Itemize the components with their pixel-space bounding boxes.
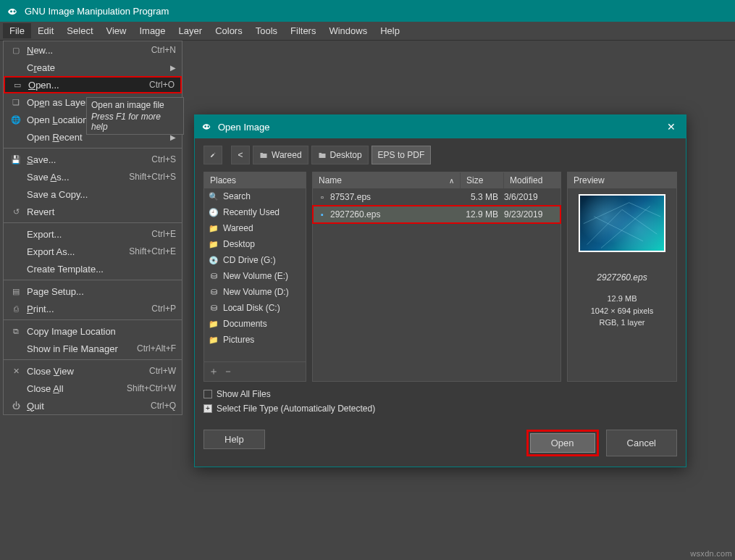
path-back-button[interactable]: < — [231, 146, 250, 164]
menu-windows[interactable]: Windows — [322, 23, 374, 38]
new-icon: ▢ — [9, 44, 22, 56]
menu-item-create[interactable]: Create▶ — [4, 59, 182, 76]
search-icon: 🔍 — [209, 192, 219, 201]
save-icon: 💾 — [9, 154, 22, 165]
place-desktop[interactable]: 📁Desktop — [204, 236, 306, 252]
menu-item-page-setup[interactable]: ▤Page Setup... — [4, 283, 182, 300]
open-icon: ▭ — [11, 79, 24, 91]
menu-item-close-all[interactable]: Close AllShift+Ctrl+W — [4, 380, 182, 397]
col-name[interactable]: Name∧ — [313, 172, 461, 188]
close-icon: ✕ — [9, 365, 22, 377]
preview-filename: 2927260.eps — [597, 272, 647, 283]
menu-item-copy-image-location[interactable]: ⧉Copy Image Location — [4, 322, 182, 340]
places-remove-button[interactable]: － — [223, 365, 233, 378]
place-local-disk-c[interactable]: ⛁Local Disk (C:) — [204, 300, 306, 316]
help-button[interactable]: Help — [203, 430, 265, 449]
menu-layer[interactable]: Layer — [172, 23, 209, 38]
svg-line-6 — [587, 209, 622, 244]
menu-item-close-view[interactable]: ✕Close ViewCtrl+W — [4, 362, 182, 380]
menu-item-create-template[interactable]: Create Template... — [4, 260, 182, 277]
select-file-type-expander[interactable]: +Select File Type (Automatically Detecte… — [203, 404, 677, 414]
menu-item-save[interactable]: 💾Save...Ctrl+S — [4, 151, 182, 168]
dialog-titlebar[interactable]: Open Image ✕ — [195, 115, 686, 138]
place-volume-d[interactable]: ⛁New Volume (D:) — [204, 284, 306, 300]
file-list-header: Name∧ Size Modified — [313, 172, 560, 188]
menu-image[interactable]: Image — [133, 23, 172, 38]
place-cd-drive[interactable]: 💿CD Drive (G:) — [204, 252, 306, 268]
menu-item-export-as[interactable]: Export As...Shift+Ctrl+E — [4, 243, 182, 260]
path-segment-desktop[interactable]: Desktop — [311, 146, 369, 164]
folder-icon: 📁 — [209, 335, 219, 345]
dialog-title: Open Image — [218, 122, 270, 133]
open-button[interactable]: Open — [530, 433, 595, 453]
path-edit-toggle[interactable] — [203, 146, 222, 164]
col-modified[interactable]: Modified — [504, 172, 560, 188]
col-size[interactable]: Size — [461, 172, 504, 188]
menubar: File Edit Select View Image Layer Colors… — [0, 22, 735, 41]
menu-select[interactable]: Select — [60, 23, 99, 38]
open-image-dialog: Open Image ✕ < Wareed Desktop EPS to PDF… — [194, 114, 686, 467]
svg-line-11 — [601, 206, 650, 248]
tooltip-hint: Press F1 for more help — [91, 112, 179, 132]
svg-line-7 — [622, 209, 657, 234]
menu-help[interactable]: Help — [374, 23, 406, 38]
menu-file[interactable]: File — [3, 23, 31, 38]
svg-line-8 — [594, 217, 643, 241]
clock-icon: 🕘 — [209, 208, 219, 217]
place-documents[interactable]: 📁Documents — [204, 316, 306, 332]
file-row[interactable]: ▫ 87537.eps 5.3 MB 3/6/2019 — [313, 188, 560, 206]
tooltip-text: Open an image file — [91, 100, 179, 110]
file-list: Name∧ Size Modified ▫ 87537.eps 5.3 MB 3… — [312, 172, 561, 382]
menu-item-open[interactable]: ▭Open...Ctrl+O — [4, 76, 182, 93]
path-bar: < Wareed Desktop EPS to PDF — [203, 146, 677, 164]
preview-header: Preview — [568, 172, 676, 188]
file-icon: ▫ — [313, 193, 327, 201]
layers-icon: ❏ — [9, 96, 22, 108]
place-volume-e[interactable]: ⛁New Volume (E:) — [204, 268, 306, 284]
drive-icon: ⛁ — [209, 272, 219, 281]
menu-item-print[interactable]: ⎙Print...Ctrl+P — [4, 300, 182, 317]
checkbox-icon — [203, 390, 212, 398]
menu-item-quit[interactable]: ⏻QuitCtrl+Q — [4, 397, 182, 414]
folder-icon: 📁 — [209, 240, 219, 249]
menu-item-export[interactable]: Export...Ctrl+E — [4, 225, 182, 243]
window-title: GNU Image Manipulation Program — [25, 6, 169, 17]
file-row-selected[interactable]: ▪ 2927260.eps 12.9 MB 9/23/2019 — [313, 206, 560, 223]
wilber-icon — [6, 4, 19, 17]
menu-item-new[interactable]: ▢New...Ctrl+N — [4, 41, 182, 59]
preview-thumbnail — [579, 194, 665, 252]
quit-icon: ⏻ — [9, 400, 22, 411]
drive-icon: ⛁ — [209, 304, 219, 313]
places-add-button[interactable]: ＋ — [209, 365, 219, 378]
folder-icon: 📁 — [209, 224, 219, 233]
place-recent[interactable]: 🕘Recently Used — [204, 204, 306, 220]
window-titlebar: GNU Image Manipulation Program — [0, 0, 735, 22]
menu-edit[interactable]: Edit — [31, 23, 60, 38]
place-pictures[interactable]: 📁Pictures — [204, 332, 306, 348]
path-segment-wareed[interactable]: Wareed — [253, 146, 308, 164]
chevron-right-icon: ▶ — [170, 64, 176, 72]
menu-filters[interactable]: Filters — [284, 23, 322, 38]
menu-view[interactable]: View — [100, 23, 133, 38]
menu-item-save-copy[interactable]: Save a Copy... — [4, 185, 182, 203]
cancel-button[interactable]: Cancel — [606, 430, 677, 456]
preview-panel: Preview 2927260.eps 12.9 MB 1042 × 694 p… — [567, 172, 677, 382]
dialog-close-button[interactable]: ✕ — [663, 120, 680, 134]
menu-item-show-in-file-manager[interactable]: Show in File ManagerCtrl+Alt+F — [4, 340, 182, 357]
menu-tools[interactable]: Tools — [249, 23, 284, 38]
globe-icon: 🌐 — [9, 114, 22, 125]
svg-line-9 — [584, 203, 629, 224]
print-icon: ⎙ — [9, 303, 22, 314]
sort-asc-icon: ∧ — [449, 177, 454, 185]
menu-colors[interactable]: Colors — [209, 23, 249, 38]
svg-line-10 — [629, 203, 660, 217]
menu-item-revert[interactable]: ↺Revert — [4, 203, 182, 220]
copy-icon: ⧉ — [9, 325, 22, 337]
place-search[interactable]: 🔍Search — [204, 188, 306, 204]
menu-item-save-as[interactable]: Save As...Shift+Ctrl+S — [4, 168, 182, 185]
plus-icon: + — [203, 404, 212, 413]
wilber-icon — [201, 120, 212, 134]
path-segment-eps-to-pdf[interactable]: EPS to PDF — [371, 146, 432, 164]
place-wareed[interactable]: 📁Wareed — [204, 220, 306, 236]
show-all-files-checkbox[interactable]: Show All Files — [203, 389, 677, 399]
